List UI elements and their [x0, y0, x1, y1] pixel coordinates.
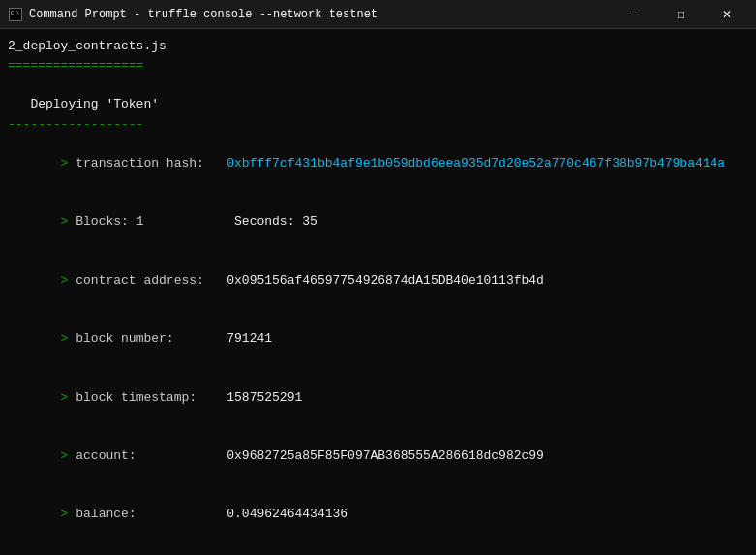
maximize-button[interactable]: □: [659, 0, 703, 29]
balance-line: > balance: 0.04962464434136: [8, 485, 748, 543]
window-title: Command Prompt - truffle console --netwo…: [29, 8, 378, 21]
separator2: ------------------: [8, 115, 748, 135]
blocks-line: > Blocks: 1 Seconds: 35: [8, 193, 748, 251]
terminal-output: 2_deploy_contracts.js ==================…: [0, 29, 756, 555]
account-line: > account: 0x9682725a85F85F097AB368555A2…: [8, 427, 748, 485]
gas-used-line: > gas used: 1868933 (0x1c8485): [8, 544, 748, 555]
block-timestamp-line: > block timestamp: 1587525291: [8, 368, 748, 426]
cmd-icon: [8, 7, 23, 22]
tx-hash-line: > transaction hash: 0xbfff7cf431bb4af9e1…: [8, 135, 748, 193]
minimize-button[interactable]: ─: [614, 0, 657, 29]
block-number-line: > block number: 791241: [8, 310, 748, 368]
separator1: ==================: [8, 56, 748, 76]
title-bar-left: Command Prompt - truffle console --netwo…: [8, 7, 378, 22]
blank1: [8, 76, 748, 95]
contract-address-line: > contract address: 0x095156af4659775492…: [8, 252, 748, 310]
deploying-label: Deploying 'Token': [8, 95, 748, 114]
filename-line: 2_deploy_contracts.js: [8, 37, 748, 56]
title-bar: Command Prompt - truffle console --netwo…: [0, 0, 756, 29]
close-button[interactable]: ✕: [705, 0, 748, 29]
window-controls: ─ □ ✕: [614, 0, 748, 29]
